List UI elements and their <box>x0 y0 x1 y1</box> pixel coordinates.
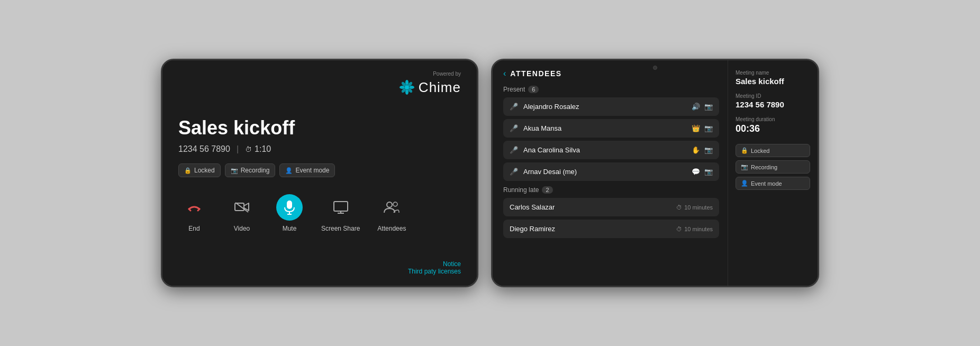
video-on-icon: 📷 <box>704 103 713 111</box>
third-party-link[interactable]: Third paty licenses <box>408 268 461 275</box>
attendee-name: Akua Mansa <box>523 124 692 132</box>
meeting-info-panel: Meeting name Sales kickoff Meeting ID 12… <box>728 60 818 286</box>
attendee-row: 🎤 Ana Carolina Silva ✋ 📷 <box>503 141 719 159</box>
speaker-icon: 🔊 <box>692 103 700 111</box>
attendee-name: Alejandro Rosalez <box>523 103 692 111</box>
recording-icon: 📷 <box>231 167 238 174</box>
meeting-id-value: 1234 56 7890 <box>736 100 810 109</box>
late-row: Carlos Salazar ⏱ 10 minutes <box>503 198 719 216</box>
running-late-label: Running late 2 <box>503 186 719 194</box>
screen-share-button[interactable]: Screen Share <box>321 194 360 232</box>
svg-point-2 <box>405 89 409 95</box>
recording-label: Recording <box>241 167 270 174</box>
present-count: 6 <box>528 86 539 93</box>
duration-value: 00:36 <box>736 123 810 134</box>
late-time: ⏱ 10 minutes <box>676 204 713 211</box>
svg-line-9 <box>189 209 190 211</box>
panel-header: ‹ ATTENDEES <box>503 69 719 78</box>
attendee-icons: 👑 📷 <box>692 124 713 132</box>
info-badges: 🔒 Locked 📷 Recording 👤 Event mode <box>736 144 810 190</box>
svg-line-10 <box>198 209 199 211</box>
phone-end-icon <box>187 201 201 214</box>
recording-label: Recording <box>751 164 777 170</box>
chat-icon: 💬 <box>692 168 700 176</box>
video-label: Video <box>234 225 250 232</box>
attendees-icon <box>384 201 400 214</box>
mic-muted-icon: 🎤 <box>510 103 518 111</box>
chime-logo: Chime <box>398 79 461 96</box>
clock-icon: ⏱ <box>676 226 682 232</box>
attendees-label: Attendees <box>377 225 406 232</box>
svg-rect-13 <box>287 201 292 209</box>
meeting-id-label: Meeting ID <box>736 93 810 99</box>
attendee-name: Arnav Desai (me) <box>523 168 692 176</box>
back-arrow-icon[interactable]: ‹ <box>503 69 506 78</box>
svg-rect-16 <box>334 202 348 211</box>
badge-event-mode[interactable]: 👤 Event mode <box>279 163 335 177</box>
lock-icon: 🔒 <box>184 167 192 174</box>
powered-by-text: Powered by <box>433 71 461 77</box>
late-attendee-name: Carlos Salazar <box>510 203 676 211</box>
panel-title: ATTENDEES <box>510 69 561 78</box>
video-button[interactable]: Video <box>226 194 258 232</box>
running-late-section: Running late 2 Carlos Salazar ⏱ 10 minut… <box>503 186 719 238</box>
attendee-row: 🎤 Alejandro Rosalez 🔊 📷 <box>503 97 719 116</box>
late-row: Diego Ramirez ⏱ 10 minutes <box>503 220 719 238</box>
video-icon-wrap <box>229 194 255 221</box>
meeting-id-block: Meeting ID 1234 56 7890 <box>736 93 810 109</box>
chime-flower-icon <box>398 79 415 96</box>
attendees-button[interactable]: Attendees <box>376 194 407 232</box>
event-mode-label: Event mode <box>295 167 329 174</box>
late-time: ⏱ 10 minutes <box>676 226 713 232</box>
end-call-button[interactable]: End <box>178 194 210 232</box>
chime-brand-text: Chime <box>419 79 461 96</box>
recording-icon: 📷 <box>741 163 748 170</box>
mic-active-icon: 🎤 <box>510 146 518 154</box>
mute-label: Mute <box>283 225 297 232</box>
time-area: ⏱ 1:10 <box>245 144 271 154</box>
meeting-title: Sales kickoff <box>178 117 461 139</box>
attendee-row: 🎤 Akua Mansa 👑 📷 <box>503 119 719 138</box>
raise-hand-icon: ✋ <box>692 146 700 154</box>
left-tablet: Powered by Chime Sales kickoff 1234 56 <box>161 59 478 287</box>
info-badge-recording[interactable]: 📷 Recording <box>736 160 810 174</box>
svg-rect-11 <box>235 203 244 211</box>
chime-logo-area: Powered by Chime <box>178 71 461 96</box>
clock-icon: ⏱ <box>676 204 682 211</box>
meeting-name-label: Meeting name <box>736 70 810 76</box>
mute-button[interactable]: Mute <box>274 194 305 232</box>
svg-point-1 <box>405 80 409 85</box>
screen-share-label: Screen Share <box>321 225 360 232</box>
end-label: End <box>188 225 199 232</box>
present-text: Present <box>503 86 525 93</box>
badge-recording[interactable]: 📷 Recording <box>225 163 276 177</box>
info-badge-event-mode[interactable]: 👤 Event mode <box>736 177 810 190</box>
event-mode-label: Event mode <box>751 180 782 187</box>
attendee-icons: ✋ 📷 <box>692 146 713 154</box>
microphone-icon <box>284 200 295 215</box>
right-screen: ‹ ATTENDEES Present 6 🎤 Alejandro Rosale… <box>493 60 818 286</box>
running-late-count: 2 <box>542 186 552 194</box>
info-badge-locked[interactable]: 🔒 Locked <box>736 144 810 157</box>
screen-share-icon-wrap <box>328 194 354 221</box>
video-on-icon: 📷 <box>704 168 713 176</box>
meeting-meta: 1234 56 7890 | ⏱ 1:10 <box>178 144 461 154</box>
badge-locked[interactable]: 🔒 Locked <box>178 163 221 177</box>
screen-share-icon <box>333 201 348 214</box>
attendee-name: Ana Carolina Silva <box>523 146 692 154</box>
late-attendee-name: Diego Ramirez <box>510 225 676 233</box>
camera-dot-right <box>653 66 657 70</box>
present-section-label: Present 6 <box>503 86 719 93</box>
video-on-icon: 📷 <box>704 146 713 154</box>
svg-point-19 <box>387 202 392 207</box>
duration-label: Meeting duration <box>736 116 810 122</box>
attendees-icon-wrap <box>378 194 405 221</box>
clock-icon: ⏱ <box>245 145 252 153</box>
late-minutes: 10 minutes <box>684 226 713 232</box>
mic-muted-icon: 🎤 <box>510 168 518 176</box>
svg-point-4 <box>409 86 414 89</box>
notice-link[interactable]: Notice <box>408 260 461 268</box>
locked-label: Locked <box>751 148 769 154</box>
locked-label: Locked <box>194 167 215 174</box>
attendee-icons: 💬 📷 <box>692 168 713 176</box>
